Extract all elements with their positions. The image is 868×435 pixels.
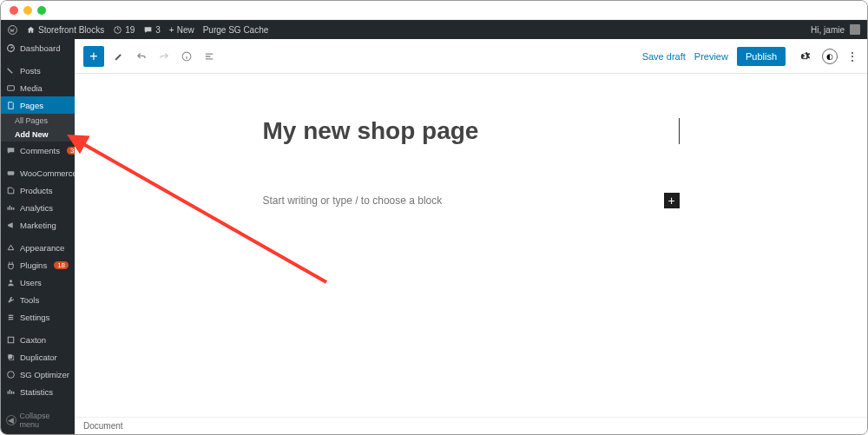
collapse-label: Collapse menu: [20, 412, 69, 429]
publish-button[interactable]: Publish: [737, 47, 786, 66]
sidebar-item-label: Marketing: [20, 221, 56, 230]
sidebar-item-label: SG Optimizer: [20, 370, 69, 379]
sidebar-item-tools[interactable]: Tools: [1, 291, 75, 308]
purge-cache[interactable]: Purge SG Cache: [203, 25, 269, 35]
user-menu[interactable]: Hi, jamie: [811, 24, 860, 35]
sidebar-item-label: Caxton: [20, 335, 46, 345]
window-close[interactable]: [10, 6, 18, 15]
avatar: [850, 24, 860, 35]
new-link[interactable]: + New: [169, 25, 194, 35]
sidebar-item-label: Tools: [20, 295, 39, 305]
sidebar-item-statistics[interactable]: Statistics: [1, 383, 75, 400]
sidebar-item-label: Products: [20, 186, 53, 195]
sidebar-item-media[interactable]: Media: [1, 79, 75, 96]
sidebar-item-products[interactable]: Products: [1, 181, 75, 199]
document-tab[interactable]: Document: [75, 417, 867, 434]
add-block-button[interactable]: +: [83, 46, 104, 67]
sidebar-item-duplicator[interactable]: Duplicator: [1, 348, 75, 366]
jetpack-icon[interactable]: ◐: [822, 49, 838, 64]
comments-link[interactable]: 3: [143, 25, 161, 35]
collapse-icon: ◀: [6, 415, 16, 425]
sidebar-item-pages[interactable]: Pages: [1, 96, 75, 114]
svg-point-8: [9, 318, 10, 320]
sidebar-item-label: WooCommerce: [20, 168, 77, 178]
svg-rect-4: [8, 171, 15, 175]
svg-point-7: [11, 316, 13, 318]
text-cursor: [679, 118, 680, 144]
sidebar-item-label: Statistics: [20, 387, 53, 397]
updates-count: 19: [125, 25, 135, 35]
sidebar-item-marketing[interactable]: Marketing: [1, 216, 75, 234]
plus-icon: +: [169, 25, 174, 35]
svg-point-3: [9, 87, 10, 88]
sidebar-item-label: Appearance: [20, 243, 64, 253]
more-menu-icon[interactable]: ⋮: [846, 49, 858, 63]
purge-label: Purge SG Cache: [203, 25, 269, 35]
info-icon[interactable]: [179, 49, 194, 64]
sidebar-item-settings[interactable]: Settings: [1, 308, 75, 326]
sidebar-item-label: Analytics: [20, 203, 53, 213]
sidebar-item-label: Comments: [20, 146, 60, 155]
sidebar-item-appearance[interactable]: Appearance: [1, 239, 75, 256]
edit-mode-icon[interactable]: [111, 49, 127, 64]
svg-point-12: [8, 371, 15, 378]
svg-rect-10: [8, 354, 12, 359]
sidebar-item-label: Settings: [20, 313, 49, 322]
outline-icon[interactable]: [201, 49, 217, 64]
collapse-menu[interactable]: ◀Collapse menu: [1, 406, 75, 434]
sidebar-item-analytics[interactable]: Analytics: [1, 199, 75, 216]
comments-count: 3: [155, 25, 161, 35]
svg-rect-9: [8, 337, 14, 343]
admin-sidebar: Dashboard Posts Media Pages All Pages Ad…: [1, 39, 75, 434]
sidebar-item-posts[interactable]: Posts: [1, 62, 75, 79]
sidebar-item-label: Plugins: [20, 260, 47, 270]
block-placeholder[interactable]: Start writing or type / to choose a bloc…: [263, 194, 443, 207]
plugins-badge: 18: [54, 261, 69, 269]
sidebar-item-label: Users: [20, 278, 42, 287]
svg-rect-2: [8, 85, 15, 90]
window-maximize[interactable]: [37, 6, 46, 15]
site-link[interactable]: Storefront Blocks: [26, 25, 104, 35]
window-minimize[interactable]: [23, 6, 32, 15]
sidebar-item-users[interactable]: Users: [1, 274, 75, 291]
sidebar-item-label: Media: [20, 83, 43, 93]
sidebar-item-dashboard[interactable]: Dashboard: [1, 39, 75, 56]
sidebar-item-plugins[interactable]: Plugins18: [1, 256, 75, 274]
undo-icon[interactable]: [134, 49, 149, 64]
settings-icon[interactable]: [794, 47, 813, 66]
redo-icon[interactable]: [156, 49, 172, 64]
sidebar-item-label: Posts: [20, 66, 41, 76]
sidebar-item-label: Duplicator: [20, 353, 57, 362]
svg-point-6: [10, 314, 11, 316]
sidebar-item-label: Dashboard: [20, 43, 60, 53]
sidebar-sub-all-pages[interactable]: All Pages: [1, 114, 75, 128]
sidebar-item-woocommerce[interactable]: WooCommerce: [1, 164, 75, 181]
inline-add-block-button[interactable]: +: [664, 193, 680, 208]
preview-button[interactable]: Preview: [694, 51, 728, 62]
site-name: Storefront Blocks: [38, 25, 104, 35]
page-title-input[interactable]: My new shop page: [263, 117, 678, 145]
sidebar-item-caxton[interactable]: Caxton: [1, 331, 75, 348]
svg-point-5: [10, 280, 12, 282]
greeting-text: Hi, jamie: [811, 25, 845, 35]
sidebar-item-label: Pages: [20, 101, 43, 110]
updates-link[interactable]: 19: [113, 25, 135, 35]
wp-logo[interactable]: [8, 25, 17, 35]
sidebar-sub-add-new[interactable]: Add New: [1, 128, 75, 142]
save-draft-button[interactable]: Save draft: [642, 51, 686, 62]
sidebar-item-sg[interactable]: SG Optimizer: [1, 366, 75, 383]
sidebar-item-comments[interactable]: Comments3: [1, 142, 75, 159]
new-label: New: [177, 25, 194, 35]
